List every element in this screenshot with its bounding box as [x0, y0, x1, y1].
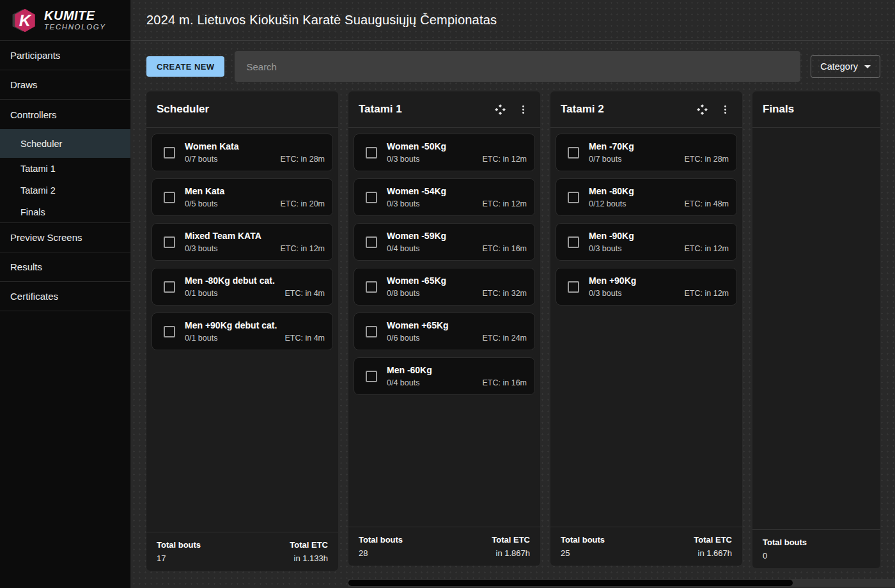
- category-card[interactable]: Women Kata 0/7 bouts ETC: in 28m: [152, 134, 333, 171]
- column-tatami-1: Tatami 1: [348, 91, 540, 566]
- card-checkbox[interactable]: [568, 147, 579, 159]
- column-card-list: Women -50Kg 0/3 bouts ETC: in 12m Women …: [348, 128, 540, 527]
- card-checkbox[interactable]: [366, 326, 377, 337]
- sidebar-item-draws[interactable]: Draws: [0, 70, 130, 100]
- sidebar-item-finals[interactable]: Finals: [0, 201, 130, 223]
- sidebar-item-tatami-2[interactable]: Tatami 2: [0, 180, 130, 201]
- column-scheduler: Scheduler Women Kata 0/7 bouts ETC: in 2…: [146, 91, 338, 571]
- sidebar-item-label: Finals: [20, 207, 45, 217]
- top-bar: 2024 m. Lietuvos Kiokušin Karatė Suaugus…: [131, 0, 895, 41]
- column-menu-button[interactable]: [719, 103, 732, 116]
- total-etc-label: Total ETC: [290, 540, 328, 550]
- move-icon: [494, 104, 506, 116]
- card-etc: ETC: in 12m: [685, 289, 729, 298]
- column-menu-button[interactable]: [517, 103, 530, 116]
- card-checkbox[interactable]: [366, 236, 377, 248]
- sidebar-item-preview-screens[interactable]: Preview Screens: [0, 223, 130, 252]
- sidebar-item-label: Tatami 1: [20, 164, 56, 174]
- kumite-hexagon-logo-icon: K: [12, 6, 38, 35]
- total-etc-value: in 1.133h: [290, 553, 328, 563]
- create-new-button[interactable]: CREATE NEW: [146, 56, 224, 77]
- card-title: Women -65Kg: [387, 275, 446, 286]
- category-card[interactable]: Men Kata 0/5 bouts ETC: in 20m: [152, 178, 333, 216]
- category-card[interactable]: Men -90Kg 0/3 bouts ETC: in 12m: [556, 223, 737, 261]
- card-title: Men +90Kg: [589, 275, 636, 286]
- card-etc: ETC: in 12m: [483, 155, 527, 164]
- card-title: Men -70Kg: [589, 141, 634, 151]
- card-title: Women -59Kg: [387, 231, 446, 241]
- card-checkbox[interactable]: [568, 236, 579, 248]
- category-dropdown-label: Category: [820, 61, 858, 72]
- sidebar: K KUMITE TECHNOLOGY Participants Draws C…: [0, 0, 131, 588]
- sidebar-item-scheduler[interactable]: Scheduler: [0, 129, 130, 158]
- card-checkbox[interactable]: [164, 326, 175, 337]
- column-title: Finals: [763, 103, 870, 116]
- sidebar-item-label: Certificates: [10, 291, 58, 302]
- category-card[interactable]: Women -65Kg 0/8 bouts ETC: in 32m: [354, 268, 535, 306]
- card-bouts: 0/1 bouts: [185, 289, 275, 298]
- category-card[interactable]: Women -59Kg 0/4 bouts ETC: in 16m: [354, 223, 535, 261]
- category-card[interactable]: Men -80Kg debut cat. 0/1 bouts ETC: in 4…: [152, 268, 333, 306]
- sidebar-item-label: Draws: [10, 79, 38, 90]
- category-card[interactable]: Women -54Kg 0/3 bouts ETC: in 12m: [354, 178, 535, 216]
- sidebar-item-tatami-1[interactable]: Tatami 1: [0, 158, 130, 180]
- category-card[interactable]: Women -50Kg 0/3 bouts ETC: in 12m: [354, 134, 535, 171]
- card-checkbox[interactable]: [164, 236, 175, 248]
- card-title: Mixed Team KATA: [185, 231, 261, 241]
- category-dropdown[interactable]: Category: [811, 55, 880, 78]
- sidebar-item-certificates[interactable]: Certificates: [0, 282, 130, 311]
- total-bouts-label: Total bouts: [359, 535, 403, 545]
- sidebar-nav: Participants Draws Controllers Scheduler…: [0, 41, 130, 311]
- sidebar-item-label: Tatami 2: [20, 185, 56, 196]
- card-checkbox[interactable]: [568, 192, 579, 203]
- toolbar: CREATE NEW Category: [146, 51, 880, 82]
- card-checkbox[interactable]: [164, 192, 175, 203]
- move-column-button[interactable]: [695, 102, 710, 117]
- card-checkbox[interactable]: [568, 281, 579, 293]
- search-input[interactable]: [235, 51, 800, 82]
- column-header: Finals: [752, 91, 880, 128]
- column-header: Scheduler: [146, 91, 338, 128]
- horizontal-scrollbar[interactable]: [348, 579, 895, 587]
- card-bouts: 0/4 bouts: [387, 244, 446, 253]
- card-etc: ETC: in 20m: [281, 199, 325, 208]
- card-etc: ETC: in 32m: [483, 289, 527, 298]
- card-checkbox[interactable]: [366, 371, 377, 382]
- card-checkbox[interactable]: [366, 147, 377, 159]
- card-checkbox[interactable]: [366, 281, 377, 293]
- category-card[interactable]: Men +90Kg debut cat. 0/1 bouts ETC: in 4…: [152, 313, 333, 350]
- card-bouts: 0/3 bouts: [387, 155, 446, 164]
- sidebar-item-participants[interactable]: Participants: [0, 41, 130, 70]
- card-checkbox[interactable]: [164, 147, 175, 159]
- svg-text:K: K: [19, 11, 32, 29]
- category-card[interactable]: Men +90Kg 0/3 bouts ETC: in 12m: [556, 268, 737, 306]
- card-etc: ETC: in 16m: [483, 244, 527, 253]
- card-bouts: 0/6 bouts: [387, 334, 449, 343]
- card-bouts: 0/3 bouts: [185, 244, 261, 253]
- card-checkbox[interactable]: [366, 192, 377, 203]
- horizontal-scrollbar-thumb[interactable]: [348, 580, 793, 586]
- sidebar-item-controllers[interactable]: Controllers: [0, 100, 130, 129]
- column-header: Tatami 1: [348, 91, 540, 128]
- kanban-board: Scheduler Women Kata 0/7 bouts ETC: in 2…: [146, 91, 880, 571]
- card-etc: ETC: in 12m: [483, 199, 527, 208]
- card-checkbox[interactable]: [164, 281, 175, 293]
- card-title: Men Kata: [185, 186, 224, 196]
- card-bouts: 0/4 bouts: [387, 378, 432, 387]
- column-footer: Total bouts 28 Total ETC in 1.867h: [348, 527, 540, 566]
- move-column-button[interactable]: [493, 102, 508, 117]
- sidebar-item-results[interactable]: Results: [0, 252, 130, 282]
- column-footer: Total bouts 0: [752, 529, 880, 568]
- total-etc-label: Total ETC: [492, 535, 530, 545]
- total-bouts-value: 25: [561, 548, 605, 558]
- category-card[interactable]: Women +65Kg 0/6 bouts ETC: in 24m: [354, 313, 535, 350]
- card-bouts: 0/3 bouts: [589, 244, 634, 253]
- category-card[interactable]: Men -70Kg 0/7 bouts ETC: in 28m: [556, 134, 737, 171]
- total-bouts-label: Total bouts: [763, 538, 807, 547]
- category-card[interactable]: Men -60Kg 0/4 bouts ETC: in 16m: [354, 357, 535, 395]
- column-tatami-2: Tatami 2: [550, 91, 742, 566]
- sidebar-item-label: Controllers: [10, 109, 57, 120]
- category-card[interactable]: Men -80Kg 0/12 bouts ETC: in 48m: [556, 178, 737, 216]
- category-card[interactable]: Mixed Team KATA 0/3 bouts ETC: in 12m: [152, 223, 333, 261]
- column-finals: Finals Total bouts 0: [752, 91, 880, 568]
